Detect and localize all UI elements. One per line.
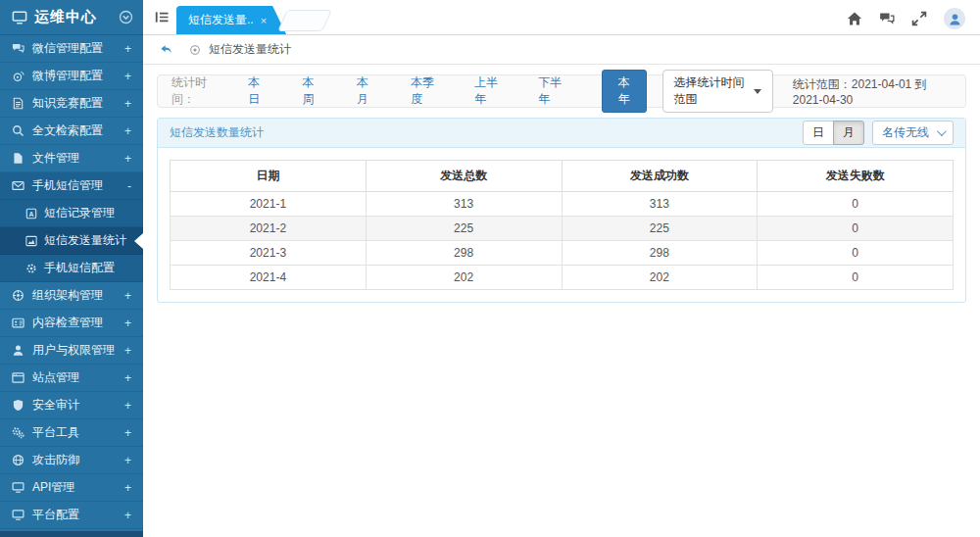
expand-indicator: + bbox=[124, 344, 131, 358]
expand-indicator: + bbox=[124, 42, 131, 56]
weibo-icon bbox=[12, 70, 24, 82]
cell-success: 202 bbox=[562, 266, 758, 290]
provider-select[interactable]: 名传无线 bbox=[872, 121, 954, 145]
table-row: 2021-4 202 202 0 bbox=[171, 266, 954, 290]
filter-link-this-month[interactable]: 本月 bbox=[357, 74, 375, 108]
sidebar-item-file-management[interactable]: 文件管理 + bbox=[0, 145, 143, 172]
sidebar-item-sms-management[interactable]: 手机短信管理 - bbox=[0, 172, 143, 200]
sidebar-item-label: 攻击防御 bbox=[32, 452, 124, 468]
filter-link-this-week[interactable]: 本周 bbox=[303, 74, 321, 108]
filter-label: 统计时间： bbox=[172, 74, 219, 108]
expand-indicator: + bbox=[124, 70, 131, 83]
panel-header: 短信发送数量统计 日 月 名传无线 bbox=[158, 119, 965, 148]
sidebar: 运维中心 微信管理配置 + 微博管理配置 + 知识竞赛配置 + 全文检索配置 bbox=[0, 0, 143, 537]
topbar: 短信发送量.. × bbox=[143, 0, 980, 35]
panel-title: 短信发送数量统计 bbox=[170, 124, 803, 141]
sidebar-item-security-audit[interactable]: 安全审计 + bbox=[0, 392, 143, 419]
panel-body: 日期 发送总数 发送成功数 发送失败数 2021-1 313 313 bbox=[158, 148, 965, 302]
sidebar-subitem-label: 短信发送量统计 bbox=[44, 232, 126, 249]
monitor-icon bbox=[12, 10, 27, 25]
sidebar-item-platform-config[interactable]: 平台配置 + bbox=[0, 502, 143, 529]
gears-icon bbox=[12, 426, 24, 439]
sidebar-item-fulltext-search-config[interactable]: 全文检索配置 + bbox=[0, 118, 143, 145]
cell-total: 225 bbox=[366, 217, 562, 241]
person-icon bbox=[948, 12, 962, 26]
chevron-down-icon bbox=[937, 126, 947, 136]
sidebar-subitem-sms-records[interactable]: 短信记录管理 bbox=[0, 200, 143, 227]
sidebar-item-org-structure[interactable]: 组织架构管理 + bbox=[0, 282, 143, 310]
stat-range-text: 统计范围：2021-04-01 到 2021-04-30 bbox=[793, 76, 952, 107]
home-icon[interactable] bbox=[847, 11, 862, 26]
sidebar-subitem-label: 短信记录管理 bbox=[44, 205, 115, 221]
comments-icon bbox=[12, 42, 24, 55]
cell-total: 202 bbox=[366, 266, 562, 290]
sidebar-item-content-check[interactable]: 内容检查管理 + bbox=[0, 310, 143, 337]
filter-this-year-button[interactable]: 本年 bbox=[602, 70, 646, 113]
stats-panel: 短信发送数量统计 日 月 名传无线 日期 bbox=[157, 118, 966, 303]
expand-indicator: + bbox=[124, 509, 131, 522]
cell-success: 298 bbox=[562, 241, 758, 266]
cell-failure: 0 bbox=[758, 192, 954, 217]
fullscreen-icon[interactable] bbox=[911, 11, 927, 26]
sidebar-item-attack-defense[interactable]: 攻击防御 + bbox=[0, 447, 143, 474]
chart-icon bbox=[25, 235, 37, 247]
sidebar-item-label: 手机短信管理 bbox=[32, 177, 127, 194]
sidebar-item-label: API管理 bbox=[32, 479, 124, 496]
chevron-circle-down-icon[interactable] bbox=[119, 10, 133, 24]
close-icon[interactable]: × bbox=[261, 15, 267, 26]
sidebar-item-wechat-config[interactable]: 微信管理配置 + bbox=[0, 35, 143, 63]
expand-indicator: + bbox=[124, 481, 131, 495]
sidebar-subitem-sms-volume-stats[interactable]: 短信发送量统计 bbox=[0, 227, 143, 255]
sidebar-item-user-permissions[interactable]: 用户与权限管理 + bbox=[0, 337, 143, 365]
cell-failure: 0 bbox=[758, 266, 954, 290]
expand-indicator: + bbox=[124, 454, 131, 467]
expand-indicator: + bbox=[124, 371, 131, 385]
expand-indicator: + bbox=[124, 97, 131, 111]
sidebar-item-platform-tools[interactable]: 平台工具 + bbox=[0, 419, 143, 447]
gear-icon bbox=[25, 263, 37, 274]
collapse-indicator: - bbox=[127, 179, 131, 193]
filter-link-today[interactable]: 本日 bbox=[248, 74, 267, 108]
sidebar-item-label: 平台配置 bbox=[32, 507, 124, 523]
col-header-total-sent: 发送总数 bbox=[366, 161, 562, 192]
sidebar-item-weibo-config[interactable]: 微博管理配置 + bbox=[0, 63, 143, 90]
table-row: 2021-1 313 313 0 bbox=[171, 192, 954, 217]
sidebar-group-sms: 手机短信管理 - 短信记录管理 短信发送量统计 手机短信配置 bbox=[0, 172, 143, 282]
file-icon bbox=[12, 152, 24, 165]
sidebar-toggle-icon[interactable] bbox=[154, 10, 171, 24]
comments-icon[interactable] bbox=[879, 11, 895, 26]
sidebar-item-label: 安全审计 bbox=[32, 397, 124, 414]
filter-link-second-half-year[interactable]: 下半年 bbox=[538, 74, 566, 108]
unit-month-button[interactable]: 月 bbox=[833, 121, 864, 145]
filter-link-first-half-year[interactable]: 上半年 bbox=[474, 74, 503, 108]
sidebar-item-label: 内容检查管理 bbox=[32, 315, 124, 331]
document-icon bbox=[12, 97, 24, 110]
app-window: 运维中心 微信管理配置 + 微博管理配置 + 知识竞赛配置 + 全文检索配置 bbox=[0, 0, 980, 537]
sidebar-subitem-label: 手机短信配置 bbox=[44, 260, 115, 276]
tab-sms-volume-stats[interactable]: 短信发送量.. × bbox=[176, 6, 286, 34]
time-filter-bar: 统计时间： 本日 本周 本月 本季度 上半年 下半年 本年 选择统计时间范围 统… bbox=[157, 74, 966, 108]
circle-dot-icon bbox=[189, 44, 201, 56]
search-icon bbox=[12, 124, 24, 137]
select-time-range-button[interactable]: 选择统计时间范围 bbox=[662, 70, 773, 113]
table-header-row: 日期 发送总数 发送成功数 发送失败数 bbox=[171, 161, 954, 192]
sidebar-subitem-sms-config[interactable]: 手机短信配置 bbox=[0, 255, 143, 282]
shield-icon bbox=[12, 399, 24, 412]
table-row: 2021-2 225 225 0 bbox=[171, 217, 954, 241]
cell-date: 2021-3 bbox=[171, 241, 367, 266]
expand-indicator: + bbox=[124, 289, 131, 303]
user-avatar[interactable] bbox=[944, 8, 965, 29]
sidebar-item-quiz-config[interactable]: 知识竞赛配置 + bbox=[0, 90, 143, 118]
sidebar-item-label: 组织架构管理 bbox=[32, 287, 124, 304]
breadcrumb: 短信发送量统计 bbox=[143, 35, 980, 65]
filter-link-this-quarter[interactable]: 本季度 bbox=[411, 74, 439, 108]
cell-success: 225 bbox=[562, 217, 758, 241]
caret-down-icon bbox=[754, 89, 761, 94]
col-header-success-count: 发送成功数 bbox=[562, 161, 758, 192]
cell-date: 2021-2 bbox=[171, 217, 367, 241]
id-card-icon bbox=[12, 317, 24, 329]
back-arrow-icon[interactable] bbox=[159, 42, 173, 57]
unit-day-button[interactable]: 日 bbox=[803, 121, 834, 145]
sidebar-item-site-management[interactable]: 站点管理 + bbox=[0, 365, 143, 392]
sidebar-item-api-management[interactable]: API管理 + bbox=[0, 474, 143, 502]
